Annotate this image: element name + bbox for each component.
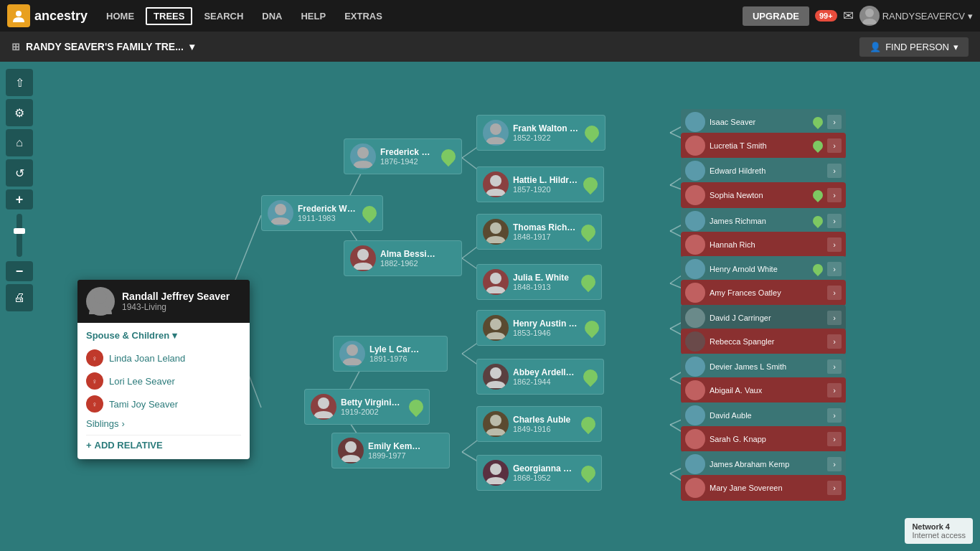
add-relative-label: ADD RELATIVE <box>95 440 163 451</box>
svg-point-41 <box>490 273 501 284</box>
person-card-thomas[interactable]: Thomas Richmond 1848-1917 <box>476 214 602 250</box>
photo-charles <box>483 411 509 437</box>
arrow-hannah[interactable]: › <box>827 237 842 252</box>
add-relative-button[interactable]: + ADD RELATIVE <box>86 435 241 452</box>
arrow-sarah[interactable]: › <box>827 432 842 446</box>
person-card-georgianna[interactable]: Georgianna Kemp 1868-1952 <box>476 455 602 491</box>
person-card-hannah[interactable]: Hannah Rich › <box>681 232 846 258</box>
dates-emily: 1899-1977 <box>368 451 425 460</box>
photo-betty <box>311 394 336 420</box>
photo-david-auble <box>685 405 705 425</box>
person-card-james-kemp[interactable]: James Abraham Kemp › <box>681 451 846 477</box>
person-card-julia[interactable]: Julia E. White 1848-1913 <box>476 264 602 300</box>
name-betty: Betty Virginia Carringer <box>341 397 405 408</box>
home-button[interactable]: ⌂ <box>6 129 33 156</box>
person-card-mary[interactable]: Mary Jane Sovereen › <box>681 475 846 501</box>
dates-lyle: 1891-1976 <box>369 354 423 363</box>
leaf-frederickjr <box>359 203 380 223</box>
photo-georgianna <box>483 460 509 486</box>
siblings-link[interactable]: Siblings › <box>86 415 241 432</box>
popup-person-info: Randall Jeffrey Seaver 1943-Living <box>122 291 230 312</box>
relative-tami[interactable]: ♀ Tami Joy Seaver <box>86 392 241 415</box>
arrow-devier[interactable]: › <box>827 359 842 374</box>
person-card-henry-white[interactable]: Henry Arnold White › <box>681 256 846 282</box>
spouse-children-toggle[interactable]: Spouse & Children ▾ <box>86 330 241 341</box>
arrow-james-richman[interactable]: › <box>827 214 842 228</box>
person-card-charles[interactable]: Charles Auble 1849-1916 <box>476 406 602 442</box>
photo-devier <box>685 357 705 377</box>
info-emily: Emily Kemp Auble 1899-1977 <box>368 441 425 460</box>
info-thomas: Thomas Richmond 1848-1917 <box>513 222 577 241</box>
name-hannah: Hannah Rich <box>710 240 809 249</box>
info-frank: Frank Walton Seaver 1852-1922 <box>513 123 580 142</box>
siblings-label: Siblings <box>86 418 119 429</box>
arrow-abigail[interactable]: › <box>827 383 842 397</box>
arrow-rebecca[interactable]: › <box>827 334 842 349</box>
person-card-amy[interactable]: Amy Frances Oatley › <box>681 280 846 306</box>
name-hattie: Hattie L. Hildreth <box>513 175 579 185</box>
person-card-fredericksr[interactable]: Frederick W Seaver 1876-1942 <box>344 138 462 174</box>
leaf-julia <box>578 272 598 292</box>
photo-sarah <box>685 429 705 449</box>
svg-point-38 <box>490 123 501 135</box>
person-card-lucretia[interactable]: Lucretia T Smith › <box>681 133 846 159</box>
person-popup: Randall Jeffrey Seaver 1943-Living Spous… <box>77 280 250 459</box>
tools-button[interactable]: ⚙ <box>6 99 33 126</box>
photo-henry-white <box>685 259 705 279</box>
zoom-in-button[interactable]: + <box>6 189 33 209</box>
person-card-alma[interactable]: Alma Bessie Richmond 1882-1962 <box>344 240 462 276</box>
popup-header: Randall Jeffrey Seaver 1943-Living <box>77 280 250 323</box>
relative-lori[interactable]: ♀ Lori Lee Seaver <box>86 369 241 392</box>
print-button[interactable]: 🖨 <box>6 284 33 311</box>
person-card-hattie[interactable]: Hattie L. Hildreth 1857-1920 <box>476 166 604 202</box>
undo-button[interactable]: ↺ <box>6 159 33 187</box>
person-card-sophia[interactable]: Sophia Newton › <box>681 182 846 208</box>
arrow-edward[interactable]: › <box>827 164 842 178</box>
dates-julia: 1848-1913 <box>513 283 577 291</box>
person-card-edward[interactable]: Edward Hildreth › <box>681 158 846 184</box>
person-card-david-auble[interactable]: David Auble › <box>681 402 846 428</box>
photo-james-kemp <box>685 454 705 474</box>
person-card-emily[interactable]: Emily Kemp Auble 1899-1977 <box>331 433 450 468</box>
person-card-frank[interactable]: Frank Walton Seaver 1852-1922 <box>476 115 606 151</box>
arrow-henry-white[interactable]: › <box>827 262 842 276</box>
svg-point-33 <box>318 397 329 409</box>
person-card-henry-carringer[interactable]: Henry Austin Carringer 1853-1946 <box>476 310 606 346</box>
arrow-amy[interactable]: › <box>827 286 842 300</box>
person-card-devier[interactable]: Devier James L Smith › <box>681 354 846 380</box>
relative-name-lori: Lori Lee Seaver <box>109 376 175 387</box>
arrow-david-carringer[interactable]: › <box>827 311 842 325</box>
zoom-slider[interactable] <box>17 214 22 257</box>
info-alma: Alma Bessie Richmond 1882-1962 <box>380 249 437 268</box>
info-betty: Betty Virginia Carringer 1919-2002 <box>341 397 405 416</box>
person-card-david-carringer[interactable]: David J Carringer › <box>681 305 846 331</box>
name-mary: Mary Jane Sovereen <box>710 484 809 492</box>
photo-lyle <box>339 341 365 367</box>
arrow-mary[interactable]: › <box>827 481 842 495</box>
person-card-james-richman[interactable]: James Richman › <box>681 208 846 234</box>
person-card-lyle[interactable]: Lyle L Carringer 1891-1976 <box>333 336 448 372</box>
dates-betty: 1919-2002 <box>341 408 405 416</box>
arrow-david-auble[interactable]: › <box>827 408 842 423</box>
person-card-frederickjr[interactable]: Frederick W Seaver Jr. 1911-1983 <box>261 195 383 231</box>
arrow-lucretia[interactable]: › <box>827 138 842 153</box>
photo-isaac <box>685 112 705 132</box>
person-card-isaac[interactable]: Isaac Seaver › <box>681 109 846 135</box>
arrow-isaac[interactable]: › <box>827 115 842 129</box>
relative-linda[interactable]: ♀ Linda Joan Leland <box>86 347 241 369</box>
arrow-james-kemp[interactable]: › <box>827 457 842 471</box>
zoom-out-button[interactable]: − <box>6 261 33 281</box>
person-card-sarah[interactable]: Sarah G. Knapp › <box>681 426 846 452</box>
relative-icon-lori: ♀ <box>86 372 103 390</box>
name-henry-white: Henry Arnold White <box>710 265 809 273</box>
share-button[interactable]: ⇧ <box>6 69 33 96</box>
person-card-abbey[interactable]: Abbey Ardelle Smith 1862-1944 <box>476 359 604 395</box>
name-frederickjr: Frederick W Seaver Jr. <box>298 204 358 214</box>
person-card-rebecca[interactable]: Rebecca Spangler › <box>681 329 846 354</box>
person-card-betty[interactable]: Betty Virginia Carringer 1919-2002 <box>304 389 430 425</box>
name-sarah: Sarah G. Knapp <box>710 435 809 443</box>
svg-point-44 <box>490 415 501 426</box>
person-card-abigail[interactable]: Abigail A. Vaux › <box>681 377 846 403</box>
name-david-carringer: David J Carringer <box>710 314 809 322</box>
arrow-sophia[interactable]: › <box>827 188 842 202</box>
